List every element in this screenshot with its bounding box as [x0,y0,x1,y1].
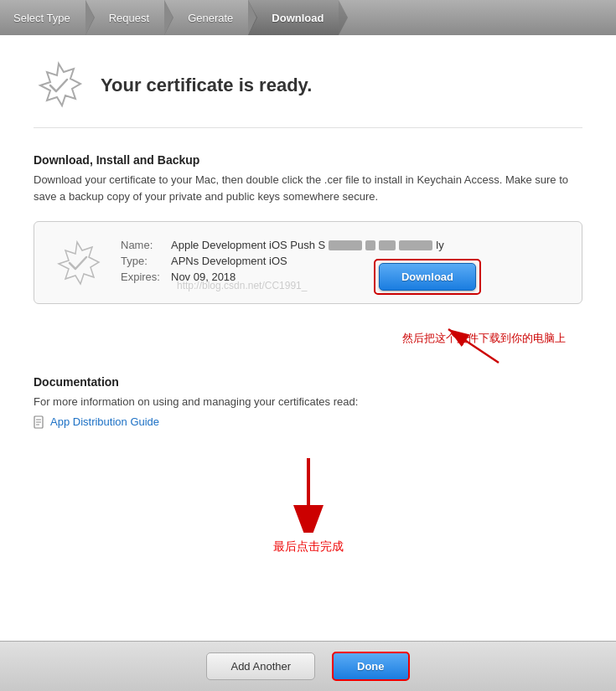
app-distribution-guide-link[interactable]: App Distribution Guide [34,415,582,429]
cert-name-value: Apple Development iOS Push S ly [171,239,444,251]
annotation-2-text: 最后点击完成 [273,539,344,554]
blur-block [329,240,362,250]
add-another-button[interactable]: Add Another [206,652,315,680]
cert-expires-value: Nov 09, 2018 [171,271,236,283]
certificate-badge-icon [34,60,84,111]
cert-name-row: Name: Apple Development iOS Push S ly [121,239,562,251]
breadcrumb-label: Generate [188,12,233,24]
breadcrumb-label: Download [272,12,324,24]
cert-star-icon [54,240,101,286]
cert-type-row: Type: APNs Development iOS [121,255,562,267]
blur-block [399,240,432,250]
svg-marker-1 [59,242,99,284]
documentation-section: Documentation For more information on us… [34,375,582,429]
arrow-2-icon [275,454,342,533]
download-btn-border: Download [374,259,481,295]
blur-block [365,240,375,250]
cert-expires-row: Expires: Nov 09, 2018 [121,271,562,283]
breadcrumb-select-type[interactable]: Select Type [0,0,85,35]
done-button[interactable]: Done [332,652,410,681]
download-button[interactable]: Download [379,263,476,291]
breadcrumb-request[interactable]: Request [85,0,164,35]
cert-type-value: APNs Development iOS [171,255,287,267]
cert-type-label: Type: [121,255,171,267]
blur-block [379,240,396,250]
breadcrumb-bar: Select Type Request Generate Download [0,0,616,35]
cert-expires-label: Expires: [121,271,171,283]
cert-details: Name: Apple Development iOS Push S ly Ty… [121,239,562,286]
doc-icon [34,415,45,429]
breadcrumb-label: Request [109,12,149,24]
ready-section: Your certificate is ready. [34,60,582,128]
annotation-1-text: 然后把这个文件下载到你的电脑上 [402,331,566,346]
install-section: Download, Install and Backup Download yo… [34,153,582,204]
install-section-text: Download your certificate to your Mac, t… [34,172,582,204]
svg-marker-0 [40,64,80,106]
breadcrumb-label: Select Type [13,12,70,24]
certificate-box: Name: Apple Development iOS Push S ly Ty… [34,221,582,304]
doc-title: Documentation [34,375,582,389]
cert-name-label: Name: [121,239,171,251]
breadcrumb-generate[interactable]: Generate [164,0,248,35]
install-section-title: Download, Install and Backup [34,153,582,167]
big-arrow-area: 最后点击完成 [34,446,582,554]
doc-link-text: App Distribution Guide [50,415,159,428]
annotation-1-area: 然后把这个文件下载到你的电脑上 [34,321,582,367]
ready-title: Your certificate is ready. [101,75,312,96]
main-content: Your certificate is ready. Download, Ins… [0,35,616,641]
breadcrumb-download[interactable]: Download [248,0,339,35]
doc-text: For more information on using and managi… [34,394,582,410]
footer: Add Another Done [0,641,616,691]
